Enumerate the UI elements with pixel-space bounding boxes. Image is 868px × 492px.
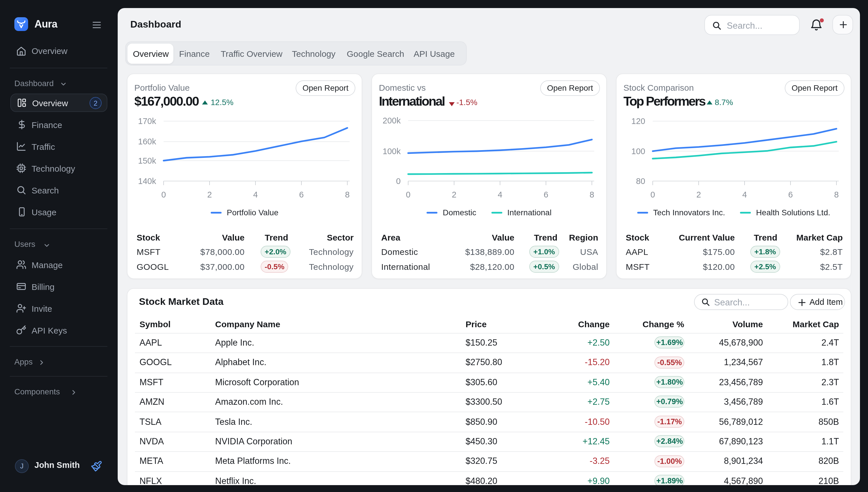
svg-text:2: 2 [207,190,212,199]
svg-text:170k: 170k [138,117,156,126]
svg-text:100: 100 [631,147,645,156]
svg-text:0: 0 [650,190,655,199]
svg-text:8: 8 [834,190,839,199]
svg-text:8: 8 [590,190,594,199]
svg-text:8: 8 [345,190,350,199]
svg-text:0: 0 [161,190,166,199]
svg-text:100k: 100k [382,147,401,156]
svg-text:150k: 150k [138,156,156,165]
svg-text:200k: 200k [382,116,401,125]
svg-text:120: 120 [631,117,645,126]
svg-text:160k: 160k [138,137,156,146]
svg-text:140k: 140k [138,176,156,186]
svg-text:2: 2 [696,190,701,199]
svg-text:6: 6 [299,190,304,199]
svg-text:6: 6 [788,190,793,199]
svg-text:4: 4 [498,190,502,199]
svg-text:4: 4 [253,190,258,199]
svg-text:0: 0 [406,190,411,199]
svg-text:4: 4 [742,190,747,199]
svg-text:80: 80 [636,176,645,186]
svg-text:0: 0 [396,176,401,186]
svg-text:2: 2 [452,190,456,199]
svg-text:6: 6 [544,190,548,199]
